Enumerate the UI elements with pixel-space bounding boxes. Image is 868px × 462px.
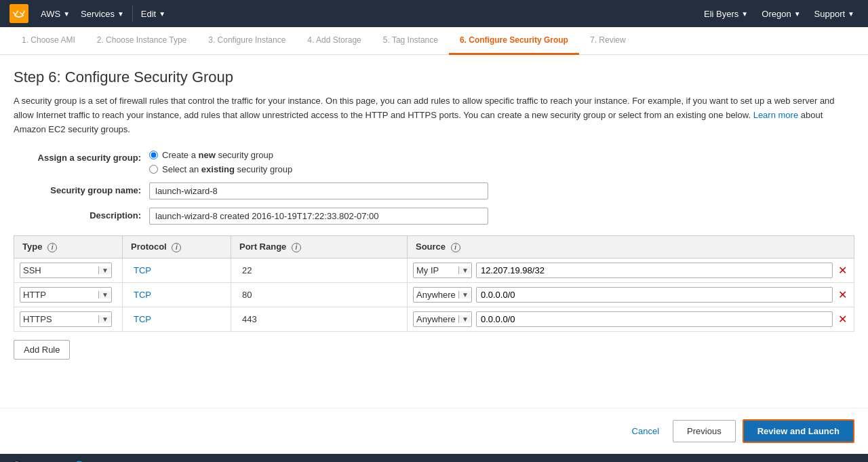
rule-protocol-cell-1: TCP (123, 282, 231, 307)
learn-more-link[interactable]: Learn more (753, 110, 798, 120)
rule-type-cell-0: SSHHTTPHTTPSCustom TCP RuleCustom UDP Ru… (14, 258, 123, 282)
rule-protocol-cell-0: TCP (123, 258, 231, 282)
source-select-arrow-0: ▼ (458, 267, 471, 274)
aws-logo[interactable] (8, 3, 30, 24)
source-cell-1: My IPAnywhereCustomMy IP ▼ ✕ (413, 287, 848, 303)
port-text-1: 80 (237, 290, 252, 300)
type-select-arrow-0: ▼ (98, 267, 111, 274)
protocol-info-icon[interactable]: i (172, 243, 181, 252)
edit-nav-item[interactable]: Edit ▼ (136, 6, 171, 22)
rule-port-cell-1: 80 (231, 282, 408, 307)
type-select-arrow-1: ▼ (98, 291, 111, 299)
delete-rule-button-1[interactable]: ✕ (837, 287, 848, 303)
table-row: SSHHTTPHTTPSCustom TCP RuleCustom UDP Ru… (14, 258, 854, 282)
tab-choose-ami[interactable]: 1. Choose AMI (11, 27, 86, 55)
aws-nav-item[interactable]: AWS ▼ (35, 6, 75, 22)
nav-separator (132, 5, 133, 22)
review-and-launch-button[interactable]: Review and Launch (743, 419, 854, 443)
rule-port-cell-0: 22 (231, 258, 408, 282)
support-nav-item[interactable]: Support ▼ (809, 6, 860, 22)
page-description: A security group is a set of firewall ru… (14, 94, 854, 136)
table-row: SSHHTTPHTTPSCustom TCP RuleCustom UDP Ru… (14, 282, 854, 307)
svg-rect-0 (9, 4, 28, 23)
rule-source-cell-2: My IPAnywhereCustomMy IP ▼ ✕ (408, 307, 854, 331)
source-cell-2: My IPAnywhereCustomMy IP ▼ ✕ (413, 311, 848, 327)
add-rule-button[interactable]: Add Rule (14, 340, 70, 360)
table-header-row: Type i Protocol i Port Range i Source i (14, 236, 854, 258)
delete-rule-button-0[interactable]: ✕ (837, 263, 848, 278)
services-nav-item[interactable]: Services ▼ (75, 6, 130, 22)
type-select-2[interactable]: SSHHTTPHTTPSCustom TCP RuleCustom UDP Ru… (20, 312, 98, 326)
sg-description-input[interactable] (149, 208, 488, 225)
protocol-text-0: TCP (128, 265, 151, 275)
rule-type-cell-1: SSHHTTPHTTPSCustom TCP RuleCustom UDP Ru… (14, 282, 123, 307)
security-group-form: Assign a security group: Create a new se… (14, 150, 854, 225)
assign-sg-row: Assign a security group: Create a new se… (14, 150, 854, 174)
assign-controls: Create a new security group Select an ex… (149, 150, 292, 174)
tab-add-storage[interactable]: 4. Add Storage (296, 27, 372, 55)
type-select-wrapper-0[interactable]: SSHHTTPHTTPSCustom TCP RuleCustom UDP Ru… (20, 263, 112, 278)
top-navigation: AWS ▼ Services ▼ Edit ▼ Eli Byers ▼ Oreg… (0, 0, 868, 27)
type-select-arrow-2: ▼ (98, 315, 111, 323)
port-text-0: 22 (237, 265, 252, 275)
user-chevron-icon: ▼ (741, 10, 748, 18)
source-select-1[interactable]: My IPAnywhereCustomMy IP (414, 288, 458, 302)
rule-source-cell-0: My IPAnywhereCustomMy IP ▼ ✕ (408, 258, 854, 282)
rule-port-cell-2: 443 (231, 307, 408, 331)
tab-choose-instance-type[interactable]: 2. Choose Instance Type (86, 27, 198, 55)
footer: 💬 Feedback 🌐 English © 2008 - 2016, Amaz… (0, 454, 868, 462)
type-select-0[interactable]: SSHHTTPHTTPSCustom TCP RuleCustom UDP Ru… (20, 263, 98, 277)
source-select-wrapper-1[interactable]: My IPAnywhereCustomMy IP ▼ (413, 287, 472, 303)
tab-configure-security-group[interactable]: 6. Configure Security Group (449, 27, 579, 55)
radio-create-new[interactable] (149, 151, 158, 159)
protocol-text-1: TCP (128, 290, 151, 300)
source-info-icon[interactable]: i (451, 243, 460, 252)
type-info-icon[interactable]: i (47, 243, 57, 252)
col-header-protocol: Protocol i (123, 236, 231, 258)
source-input-2[interactable] (476, 311, 833, 327)
sg-name-label: Security group name: (14, 182, 149, 195)
edit-chevron-icon: ▼ (159, 10, 165, 18)
source-select-arrow-2: ▼ (458, 315, 471, 323)
sg-name-row: Security group name: (14, 182, 854, 199)
table-row: SSHHTTPHTTPSCustom TCP RuleCustom UDP Ru… (14, 307, 854, 331)
radio-existing-label[interactable]: Select an existing security group (149, 164, 292, 174)
cancel-button[interactable]: Cancel (625, 422, 666, 440)
tab-tag-instance[interactable]: 5. Tag Instance (372, 27, 449, 55)
sg-name-input[interactable] (149, 182, 488, 199)
type-select-wrapper-1[interactable]: SSHHTTPHTTPSCustom TCP RuleCustom UDP Ru… (20, 287, 112, 303)
source-select-wrapper-0[interactable]: My IPAnywhereCustomMy IP ▼ (413, 263, 472, 278)
page-title: Step 6: Configure Security Group (14, 69, 854, 86)
previous-button[interactable]: Previous (673, 420, 736, 442)
type-select-wrapper-2[interactable]: SSHHTTPHTTPSCustom TCP RuleCustom UDP Ru… (20, 311, 112, 327)
port-info-icon[interactable]: i (292, 243, 301, 252)
region-chevron-icon: ▼ (794, 10, 801, 18)
security-rules-table: Type i Protocol i Port Range i Source i (14, 235, 854, 332)
rule-source-cell-1: My IPAnywhereCustomMy IP ▼ ✕ (408, 282, 854, 307)
radio-select-existing[interactable] (149, 165, 158, 174)
source-select-wrapper-2[interactable]: My IPAnywhereCustomMy IP ▼ (413, 311, 472, 327)
rule-protocol-cell-2: TCP (123, 307, 231, 331)
source-input-1[interactable] (476, 287, 833, 303)
protocol-text-2: TCP (128, 314, 151, 324)
support-chevron-icon: ▼ (848, 10, 854, 18)
delete-rule-button-2[interactable]: ✕ (837, 311, 848, 327)
aws-chevron-icon: ▼ (63, 10, 70, 18)
source-input-0[interactable] (476, 263, 833, 278)
user-nav-item[interactable]: Eli Byers ▼ (698, 6, 753, 22)
source-select-arrow-1: ▼ (458, 291, 471, 299)
radio-new-label[interactable]: Create a new security group (149, 150, 292, 160)
port-text-2: 443 (237, 314, 257, 324)
source-select-0[interactable]: My IPAnywhereCustomMy IP (414, 263, 458, 277)
rule-type-cell-2: SSHHTTPHTTPSCustom TCP RuleCustom UDP Ru… (14, 307, 123, 331)
region-nav-item[interactable]: Oregon ▼ (756, 6, 806, 22)
wizard-tabs: 1. Choose AMI 2. Choose Instance Type 3.… (0, 27, 868, 55)
type-select-1[interactable]: SSHHTTPHTTPSCustom TCP RuleCustom UDP Ru… (20, 288, 98, 302)
source-cell-0: My IPAnywhereCustomMy IP ▼ ✕ (413, 263, 848, 278)
tab-review[interactable]: 7. Review (579, 27, 637, 55)
services-chevron-icon: ▼ (117, 10, 124, 18)
source-select-2[interactable]: My IPAnywhereCustomMy IP (414, 312, 458, 326)
rules-tbody: SSHHTTPHTTPSCustom TCP RuleCustom UDP Ru… (14, 258, 854, 331)
tab-configure-instance[interactable]: 3. Configure Instance (197, 27, 296, 55)
right-nav: Eli Byers ▼ Oregon ▼ Support ▼ (698, 6, 860, 22)
